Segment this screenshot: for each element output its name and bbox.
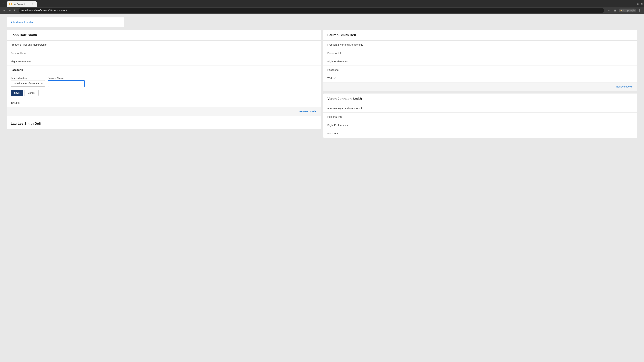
flight-preferences-lauren[interactable]: Flight Preferences (323, 57, 637, 66)
traveler-name-john: John Dale Smith (11, 33, 317, 37)
passports-lauren[interactable]: Passports (323, 66, 637, 74)
incognito-badge[interactable]: 🕵 Incognito (2) (619, 8, 636, 12)
remove-traveler-link-lauren[interactable]: Remove traveler (616, 85, 633, 88)
forward-button[interactable]: → (8, 8, 12, 13)
frequent-flyer-john[interactable]: Frequent Flyer and Membership (7, 40, 321, 49)
passports-section-john: Passports (7, 66, 321, 74)
remove-traveler-row-john: Remove traveler (7, 107, 321, 116)
tsa-info-lauren[interactable]: TSA Info (323, 74, 637, 82)
add-new-traveler-link[interactable]: + Add new traveler (11, 21, 33, 24)
browser-actions: ☆ ⊞ 🕵 Incognito (2) ⋮ (607, 8, 642, 13)
nav-controls: ← → ↻ (2, 8, 18, 13)
tab-nav: ▾ (1, 2, 5, 6)
url-bar[interactable]: expedia.com/user/account/?&selc=payment (19, 8, 604, 13)
tab-favicon: E (10, 3, 12, 5)
reload-button[interactable]: ↻ (13, 8, 18, 13)
frequent-flyer-veron[interactable]: Frequent Flyer and Membership (323, 104, 637, 113)
traveler-name-veron: Veron Johnson Smith (327, 97, 633, 101)
add-traveler-card: + Add new traveler (7, 17, 124, 27)
traveler-header-lauren: Lauren Smith Deli (323, 30, 637, 40)
passport-form-john: Country/Territory United States of Ameri… (7, 74, 321, 99)
traveler-card-lauren-smith-deli: Lauren Smith Deli Frequent Flyer and Mem… (323, 30, 637, 91)
passport-number-label: Passport Number (48, 77, 85, 79)
country-territory-group: Country/Territory United States of Ameri… (11, 77, 45, 87)
right-column: Lauren Smith Deli Frequent Flyer and Mem… (323, 30, 637, 138)
minimize-button[interactable]: — (631, 3, 634, 5)
url-text: expedia.com/user/account/?&selc=payment (22, 9, 67, 12)
remove-traveler-link-john[interactable]: Remove traveler (299, 110, 317, 113)
incognito-label: Incognito (2) (623, 9, 634, 11)
menu-button[interactable]: ⋮ (637, 8, 642, 13)
passport-form-row: Country/Territory United States of Ameri… (11, 77, 317, 87)
passports-veron[interactable]: Passports (323, 129, 637, 138)
flight-preferences-veron[interactable]: Flight Preferences (323, 121, 637, 129)
traveler-header-john: John Dale Smith (7, 30, 321, 40)
browser-chrome: ▾ E My Account × + — ⧉ × ← → ↻ expedia.c… (0, 0, 644, 14)
cancel-button[interactable]: Cancel (24, 90, 39, 96)
frequent-flyer-lauren[interactable]: Frequent Flyer and Membership (323, 40, 637, 49)
traveler-card-veron-johnson-smith: Veron Johnson Smith Frequent Flyer and M… (323, 93, 637, 138)
window-controls: — ⧉ × (631, 3, 643, 5)
passport-number-input[interactable] (48, 80, 85, 87)
save-button[interactable]: Save (11, 90, 23, 96)
personal-info-veron[interactable]: Personal Info (323, 113, 637, 121)
traveler-name-lau-lee: Lau Lee Smith Deli (11, 122, 317, 125)
tab-list-button[interactable]: ▾ (1, 2, 5, 6)
traveler-card-john-dale-smith: John Dale Smith Frequent Flyer and Membe… (7, 30, 321, 129)
new-tab-button[interactable]: + (38, 2, 42, 6)
tab-bar: ▾ E My Account × + — ⧉ × (0, 0, 644, 7)
passport-form-actions: Save Cancel (11, 90, 317, 96)
bookmark-button[interactable]: ☆ (607, 8, 612, 13)
tab-title: My Account (14, 3, 30, 5)
incognito-icon: 🕵 (620, 9, 623, 11)
back-button[interactable]: ← (2, 8, 7, 13)
remove-traveler-row-lauren: Remove traveler (323, 82, 637, 91)
extensions-button[interactable]: ⊞ (613, 8, 618, 13)
tab-close-button[interactable]: × (32, 3, 34, 5)
personal-info-john[interactable]: Personal Info (7, 49, 321, 57)
traveler-header-veron: Veron Johnson Smith (323, 93, 637, 104)
lau-lee-partial-card: Lau Lee Smith Deli (7, 118, 321, 129)
traveler-header-lau-lee: Lau Lee Smith Deli (7, 118, 321, 129)
address-bar: ← → ↻ expedia.com/user/account/?&selc=pa… (0, 7, 644, 14)
tsa-info-john[interactable]: TSA Info (7, 99, 321, 107)
personal-info-lauren[interactable]: Personal Info (323, 49, 637, 57)
passport-number-group: Passport Number (48, 77, 85, 87)
country-territory-select[interactable]: United States of America Canada United K… (11, 80, 45, 87)
travelers-grid: John Dale Smith Frequent Flyer and Membe… (7, 30, 637, 138)
tab-my-account[interactable]: E My Account × (7, 1, 37, 7)
country-territory-label: Country/Territory (11, 77, 45, 79)
maximize-button[interactable]: ⧉ (636, 3, 638, 5)
flight-preferences-john[interactable]: Flight Preferences (7, 57, 321, 66)
close-button[interactable]: × (641, 3, 643, 5)
page-content: + Add new traveler John Dale Smith Frequ… (0, 14, 644, 362)
traveler-name-lauren: Lauren Smith Deli (327, 33, 633, 37)
